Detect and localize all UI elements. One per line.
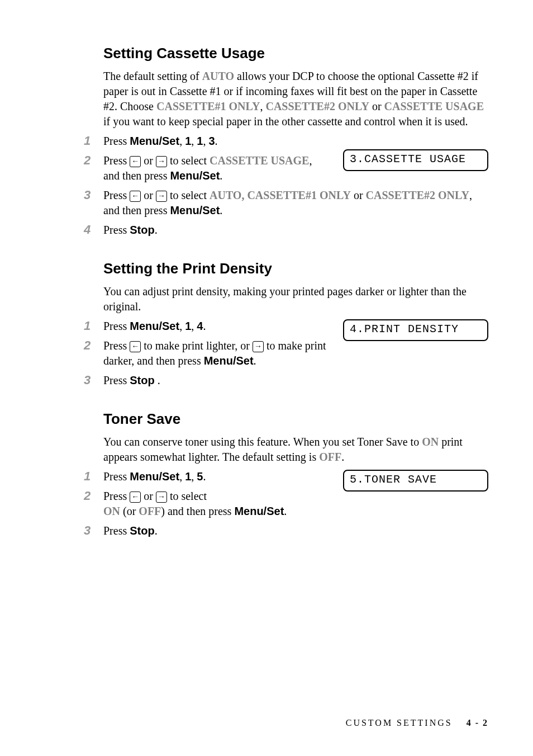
intro-text: , — [260, 100, 265, 112]
text: , — [179, 135, 185, 147]
step-number: 3 — [84, 188, 103, 202]
step-content: Press ← or → to select CASSETTE USAGE, a… — [103, 153, 316, 183]
key-1: 1 — [185, 470, 191, 483]
step-number: 1 — [84, 134, 103, 148]
intro-density: You can adjust print density, making you… — [103, 284, 488, 314]
text: or — [141, 189, 156, 201]
key-3: 3 — [208, 135, 215, 147]
heading-density: Setting the Print Density — [103, 260, 488, 277]
keyword-cassette2: CASSETTE#2 ONLY — [366, 189, 469, 201]
left-arrow-icon: ← — [130, 156, 141, 167]
key-menuset: Menu/Set — [130, 135, 179, 147]
section-cassette-usage: Setting Cassette Usage The default setti… — [84, 45, 488, 238]
text: . — [203, 320, 206, 332]
step-content: Press Stop. — [103, 523, 488, 538]
keyword-auto: AUTO — [202, 70, 234, 82]
intro-text: or — [369, 100, 384, 112]
step-number: 3 — [84, 373, 103, 388]
page-footer: CUSTOM SETTINGS 4 - 2 — [346, 718, 488, 728]
intro-cassette: The default setting of AUTO allows your … — [103, 69, 488, 129]
keyword-on: ON — [103, 505, 120, 517]
step-content: Press ← or → to select ON (or OFF) and t… — [103, 489, 488, 519]
step-4: 4 Press Stop. — [84, 223, 488, 238]
heading-cassette: Setting Cassette Usage — [103, 45, 488, 62]
text: . — [254, 355, 256, 367]
step-number: 2 — [84, 153, 103, 168]
text: . — [155, 224, 158, 236]
lcd-display-toner: 5.TONER SAVE — [343, 470, 488, 492]
text: Press — [103, 525, 130, 537]
keyword-cassette2: CASSETTE#2 ONLY — [265, 100, 369, 112]
text: or — [351, 189, 366, 201]
key-menuset: Menu/Set — [204, 355, 254, 367]
keyword-off: OFF — [319, 451, 341, 463]
lcd-display-cassette: 3.CASSETTE USAGE — [343, 149, 488, 171]
footer-page-number: 4 - 2 — [467, 718, 488, 727]
key-stop: Stop — [130, 374, 154, 386]
step-number: 4 — [84, 223, 103, 237]
key-4: 4 — [197, 320, 203, 332]
step-number: 1 — [84, 469, 103, 484]
text: Press — [103, 189, 130, 201]
intro-text: if you want to keep special paper in the… — [103, 115, 468, 127]
key-menuset: Menu/Set — [130, 470, 179, 483]
step-number: 3 — [84, 523, 103, 538]
section-toner-save: Toner Save You can conserve toner using … — [84, 410, 488, 538]
text: , — [179, 320, 185, 332]
keyword-auto: AUTO — [210, 189, 241, 201]
heading-toner: Toner Save — [103, 410, 488, 428]
key-menuset: Menu/Set — [170, 204, 220, 216]
key-menuset: Menu/Set — [130, 320, 179, 332]
right-arrow-icon: → — [156, 492, 167, 503]
text: , — [241, 189, 247, 201]
text: Press — [103, 154, 130, 167]
text: to select — [167, 154, 210, 167]
text: , — [191, 320, 197, 332]
section-print-density: Setting the Print Density You can adjust… — [84, 260, 488, 388]
footer-section-name: CUSTOM SETTINGS — [346, 718, 453, 727]
intro-text: The default setting of — [103, 70, 202, 82]
key-1: 1 — [185, 135, 191, 147]
keyword-cassette1: CASSETTE#1 ONLY — [156, 100, 260, 112]
step-1: 1 Press Menu/Set, 1, 1, 3. — [84, 134, 488, 149]
right-arrow-icon: → — [156, 191, 167, 202]
step-content: Press ← or → to select AUTO, CASSETTE#1 … — [103, 188, 488, 218]
step-2: 2 Press ← or → to select ON (or OFF) and… — [84, 489, 488, 519]
left-arrow-icon: ← — [130, 492, 141, 503]
text: or — [141, 154, 156, 167]
lcd-display-density: 4.PRINT DENSITY — [343, 319, 488, 341]
left-arrow-icon: ← — [130, 191, 141, 202]
keyword-cassette-usage: CASSETTE USAGE — [384, 100, 484, 112]
key-menuset: Menu/Set — [234, 505, 284, 517]
text: or — [141, 490, 156, 502]
text: Press — [103, 339, 130, 352]
key-menuset: Menu/Set — [170, 169, 220, 182]
text: . — [220, 204, 222, 216]
step-content: Press Stop. — [103, 223, 488, 238]
step-3: 3 Press Stop. — [84, 523, 488, 538]
right-arrow-icon: → — [156, 156, 167, 167]
text: . — [203, 470, 206, 483]
text: to make print lighter, or — [141, 339, 253, 352]
step-3: 3 Press ← or → to select AUTO, CASSETTE#… — [84, 188, 488, 218]
text: , — [179, 470, 185, 483]
text: Press — [103, 490, 130, 502]
keyword-cassette-usage: CASSETTE USAGE — [210, 154, 309, 167]
step-3: 3 Press Stop . — [84, 373, 488, 388]
text: . — [341, 451, 344, 463]
text: ) and then press — [161, 505, 234, 517]
step-content: Press Menu/Set, 1, 1, 3. — [103, 134, 488, 149]
step-2: 2 Press ← to make print lighter, or → to… — [84, 338, 488, 368]
text: Press — [103, 224, 130, 236]
text: , — [191, 135, 197, 147]
step-content: Press Stop . — [103, 373, 488, 388]
key-5: 5 — [197, 470, 203, 483]
key-stop: Stop — [130, 525, 154, 537]
text: , — [191, 470, 197, 483]
keyword-cassette1: CASSETTE#1 ONLY — [247, 189, 350, 201]
key-1: 1 — [185, 320, 191, 332]
text: Press — [103, 135, 130, 147]
text: . — [155, 525, 158, 537]
text: . — [155, 374, 160, 386]
text: . — [220, 169, 222, 182]
